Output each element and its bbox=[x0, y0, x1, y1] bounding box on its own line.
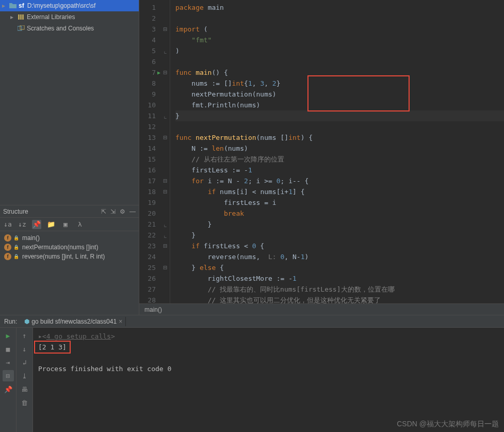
scratches-label: Scratches and Consoles bbox=[27, 25, 94, 32]
run-header: Run: ⬢ go build sf/newclass2/class041 × bbox=[0, 315, 504, 328]
go-icon: ⬢ bbox=[24, 318, 29, 325]
print-icon[interactable]: 🖶 bbox=[19, 383, 30, 395]
structure-toolbar: ⇱ ⇲ ⚙ — bbox=[101, 208, 136, 215]
close-icon[interactable]: × bbox=[119, 318, 122, 325]
lock-icon: 🔒 bbox=[13, 235, 19, 241]
line-number-gutter[interactable]: 1234567▶89101112131415161718192021222324… bbox=[139, 0, 161, 315]
setup-calls: 4 go setup calls bbox=[46, 332, 111, 340]
expand-arrow-icon[interactable]: ▸ bbox=[2, 2, 7, 9]
breadcrumb-item[interactable]: main() bbox=[144, 306, 162, 313]
function-icon: f bbox=[4, 244, 11, 251]
expand-all-icon[interactable]: ⇱ bbox=[101, 208, 106, 215]
hide-icon[interactable]: — bbox=[129, 208, 136, 215]
expand-arrow-icon[interactable]: ▸ bbox=[10, 13, 15, 21]
collapse-all-icon[interactable]: ⇲ bbox=[110, 208, 116, 215]
breadcrumb[interactable]: main() bbox=[139, 303, 504, 315]
structure-item-label: nextPermutation(nums []int) bbox=[22, 244, 98, 251]
structure-panel: Structure ⇱ ⇲ ⚙ — ↓a ↓z 📌 📁 ▣ λ f � bbox=[0, 205, 139, 263]
stop-icon[interactable]: ■ bbox=[3, 343, 14, 355]
svg-rect-4 bbox=[20, 25, 24, 29]
code-editor[interactable]: 1234567▶89101112131415161718192021222324… bbox=[139, 0, 504, 315]
folder-icon bbox=[9, 3, 17, 9]
structure-filter-bar: ↓a ↓z 📌 📁 ▣ λ bbox=[0, 218, 139, 231]
project-path: D:\mysetup\gopath\src\sf bbox=[27, 2, 96, 9]
lock-icon: 🔒 bbox=[13, 245, 19, 250]
svg-rect-2 bbox=[22, 14, 24, 20]
structure-item[interactable]: f 🔒 nextPermutation(nums []int) bbox=[0, 243, 139, 252]
run-config-tab[interactable]: ⬢ go build sf/newclass2/class041 × bbox=[21, 317, 126, 326]
left-sidebar: ▸ sf D:\mysetup\gopath\src\sf ▸ External… bbox=[0, 0, 139, 315]
scratches-row[interactable]: Scratches and Consoles bbox=[0, 23, 139, 34]
down-icon[interactable]: ↓ bbox=[19, 343, 30, 355]
output-line: [2 1 3] bbox=[34, 341, 71, 354]
up-icon[interactable]: ↑ bbox=[19, 330, 30, 341]
structure-list: f 🔒 main() f 🔒 nextPermutation(nums []in… bbox=[0, 231, 139, 263]
watermark: CSDN @福大大架构师每日一题 bbox=[397, 420, 499, 429]
run-label: Run: bbox=[4, 318, 17, 325]
show-fields-icon[interactable]: 📁 bbox=[46, 220, 56, 229]
function-icon: f bbox=[4, 253, 11, 260]
exit-line: Process finished with exit code 0 bbox=[38, 365, 171, 373]
project-tree[interactable]: ▸ sf D:\mysetup\gopath\src\sf ▸ External… bbox=[0, 0, 139, 205]
show-anon-icon[interactable]: λ bbox=[75, 220, 85, 229]
structure-item[interactable]: f 🔒 main() bbox=[0, 233, 139, 243]
gear-icon[interactable]: ⚙ bbox=[120, 208, 125, 215]
run-action-gutter: ▶ ■ ⇥ ⊟ 📌 bbox=[0, 328, 17, 432]
lock-icon: 🔒 bbox=[13, 254, 19, 259]
structure-title: Structure bbox=[3, 208, 28, 215]
svg-rect-3 bbox=[18, 26, 22, 30]
soft-wrap-icon[interactable]: ↲ bbox=[19, 357, 30, 368]
fold-gutter[interactable]: ⊟⌞⊟⌞⊟⊟⊟⌞⌞⊟⊟⊟ bbox=[161, 0, 170, 315]
run-nav-gutter: ↑ ↓ ↲ ⤓ 🖶 🗑 bbox=[17, 328, 33, 432]
structure-item-label: main() bbox=[22, 234, 40, 242]
structure-item[interactable]: f 🔒 reverse(nums []int, L int, R int) bbox=[0, 252, 139, 261]
exit-icon[interactable]: ⇥ bbox=[3, 357, 14, 368]
rerun-icon[interactable]: ▶ bbox=[3, 330, 14, 341]
project-name: sf bbox=[19, 2, 24, 9]
scratches-icon bbox=[18, 25, 25, 31]
scroll-end-icon[interactable]: ⤓ bbox=[19, 370, 30, 381]
pin-icon[interactable]: 📌 bbox=[3, 383, 14, 395]
function-icon: f bbox=[4, 234, 11, 242]
code-area[interactable]: package mainimport ( "fmt")func main() {… bbox=[170, 0, 504, 315]
clear-icon[interactable]: 🗑 bbox=[19, 397, 30, 408]
run-tab-label: go build sf/newclass2/class041 bbox=[31, 318, 117, 325]
run-tool-window: Run: ⬢ go build sf/newclass2/class041 × … bbox=[0, 315, 504, 432]
show-inherited-icon[interactable]: ▣ bbox=[61, 220, 70, 229]
layout-icon[interactable]: ⊟ bbox=[3, 370, 14, 381]
console-output[interactable]: ▸<4 go setup calls> [2 1 3] Process fini… bbox=[33, 328, 504, 432]
svg-rect-0 bbox=[18, 14, 20, 20]
svg-rect-1 bbox=[20, 14, 22, 20]
structure-item-label: reverse(nums []int, L int, R int) bbox=[22, 253, 105, 260]
library-icon bbox=[18, 14, 25, 20]
project-root-row[interactable]: ▸ sf D:\mysetup\gopath\src\sf bbox=[0, 0, 139, 11]
sort-alpha-icon[interactable]: ↓a bbox=[3, 220, 12, 229]
structure-header: Structure ⇱ ⇲ ⚙ — bbox=[0, 205, 139, 218]
autoscroll-icon[interactable]: 📌 bbox=[32, 220, 41, 229]
external-libraries-row[interactable]: ▸ External Libraries bbox=[0, 11, 139, 23]
external-libraries-label: External Libraries bbox=[27, 13, 75, 21]
sort-visibility-icon[interactable]: ↓z bbox=[18, 220, 27, 229]
